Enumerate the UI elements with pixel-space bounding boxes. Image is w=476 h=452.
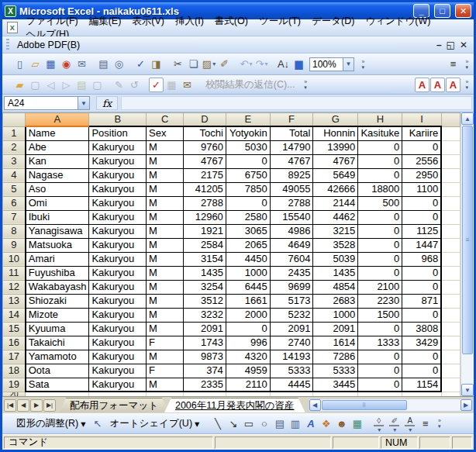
cell-D13[interactable]: 3512 [184,294,226,308]
cell-E12[interactable]: 6445 [226,280,270,294]
cell-F17[interactable]: 14193 [270,350,313,364]
cell-B8[interactable]: Kakuryou [89,224,147,238]
print-preview-icon[interactable]: ◎ [112,57,126,71]
cell-C5[interactable]: M [147,182,184,196]
row-header-5[interactable]: 5 [3,182,26,196]
cell-partial[interactable] [441,224,460,238]
row-header-15[interactable]: 15 [3,322,26,336]
cell-I17[interactable]: 0 [402,350,441,364]
cell-D16[interactable]: 1743 [184,336,226,350]
cell-C2[interactable]: M [147,140,184,154]
cell-C18[interactable]: F [147,364,184,378]
diagram-icon[interactable]: ❖ [319,416,333,431]
cell-I5[interactable]: 1100 [402,182,441,196]
cell-C9[interactable]: M [147,238,184,252]
cell-G18[interactable]: 5333 [313,364,358,378]
row-header-7[interactable]: 7 [3,210,26,224]
cell-F8[interactable]: 4986 [270,224,313,238]
cell-F6[interactable]: 2788 [270,196,313,210]
cell-C10[interactable]: M [147,252,184,266]
menu-3[interactable]: 挿入(I) [170,14,209,28]
cell-F3[interactable]: 4767 [270,154,313,168]
cell-A11[interactable]: Fuyushiba [26,266,89,280]
cell-partial[interactable] [441,154,460,168]
cell-I15[interactable]: 3808 [402,322,441,336]
cell-E10[interactable]: 4450 [226,252,270,266]
permission-icon[interactable]: ◉ [59,57,74,71]
convert-to-adobe-pdf-and-send-for-review-icon[interactable]: A [446,78,460,92]
cell-A3[interactable]: Kan [26,154,89,168]
cell-H9[interactable]: 0 [358,238,402,252]
horizontal-scroll-thumb[interactable]: ⠿ [322,400,407,410]
rectangle-icon[interactable]: ▭ [241,416,256,431]
toolbar-grip[interactable] [6,39,9,50]
insert-function-button[interactable]: fx [96,96,118,110]
text-box-icon[interactable]: ▤ [272,416,287,431]
cell-H5[interactable]: 18800 [358,182,402,196]
menu-5[interactable]: ツール(T) [254,14,306,28]
row-header-9[interactable]: 9 [3,238,26,252]
column-header-E[interactable]: E [226,113,270,127]
cell-I16[interactable]: 3429 [402,336,441,350]
cell-partial[interactable] [270,392,313,396]
cell-C15[interactable]: M [147,322,184,336]
cell-A6[interactable]: Omi [26,196,89,210]
cell-D17[interactable]: 9873 [184,350,226,364]
cell-G16[interactable]: 1614 [313,336,358,350]
cell-H17[interactable]: 0 [358,350,402,364]
row-header-14[interactable]: 14 [3,308,26,322]
cell-G6[interactable]: 2144 [313,196,358,210]
restore-window-icon[interactable]: ◱ [447,40,455,50]
sheet-tab-1[interactable]: 2006年11月発表内閣の資産 [164,398,305,412]
cell-H18[interactable]: 0 [358,364,402,378]
cell-B1[interactable]: Position [89,126,147,140]
cell-D9[interactable]: 2584 [184,238,226,252]
cell-I2[interactable]: 0 [402,140,441,154]
autoshapes-menu-button[interactable]: オートシェイプ(U)▾ [105,416,203,432]
column-header-A[interactable]: A [26,113,89,127]
cell-G2[interactable]: 13990 [313,140,358,154]
cell-H8[interactable]: 0 [358,224,402,238]
cell-C16[interactable]: F [147,336,184,350]
cell-D3[interactable]: 4767 [184,154,226,168]
cell-E9[interactable]: 2065 [226,238,270,252]
cell-I11[interactable]: 0 [402,266,441,280]
row-header-12[interactable]: 12 [3,280,26,294]
center-align-icon[interactable]: ≡ [446,57,460,71]
sheet-tab-0[interactable]: 配布用フォーマット [59,398,169,412]
cell-F11[interactable]: 2435 [270,266,313,280]
cell-D11[interactable]: 1435 [184,266,226,280]
cell-G17[interactable]: 7286 [313,350,358,364]
cell-A16[interactable]: Takaichi [26,336,89,350]
cell-B5[interactable]: Kakuryou [89,182,147,196]
cell-F19[interactable]: 4445 [270,378,313,392]
cell-A15[interactable]: Kyuuma [26,322,89,336]
cell-partial[interactable] [441,126,460,140]
cell-partial[interactable] [441,210,460,224]
clip-art-icon[interactable]: ☻ [334,416,349,431]
cell-partial[interactable] [441,252,460,266]
cell-C12[interactable]: M [147,280,184,294]
cell-G13[interactable]: 2683 [313,294,358,308]
column-header-G[interactable]: G [313,113,358,127]
convert-to-adobe-pdf-icon[interactable]: A [415,78,429,92]
print-icon[interactable]: ▤ [96,57,111,71]
cut-icon[interactable]: ✂ [171,57,185,71]
formula-input[interactable] [121,96,472,110]
zoom-value[interactable]: 100% [309,57,343,71]
cell-partial[interactable] [402,392,441,396]
cell-D10[interactable]: 3154 [184,252,226,266]
cell-G7[interactable]: 4462 [313,210,358,224]
cell-H12[interactable]: 2100 [358,280,402,294]
cell-B9[interactable]: Kakuryou [89,238,147,252]
cell-F9[interactable]: 4649 [270,238,313,252]
cell-A4[interactable]: Nagase [26,168,89,182]
cell-I1[interactable]: Kariire [402,126,441,140]
cell-D2[interactable]: 9760 [184,140,226,154]
cell-B13[interactable]: Kakuryou [89,294,147,308]
menu-4[interactable]: 書式(O) [209,14,254,28]
cell-B4[interactable]: Kakuryou [89,168,147,182]
cell-B14[interactable]: Kakuryou [89,308,147,322]
cell-D7[interactable]: 12960 [184,210,226,224]
cell-partial[interactable] [441,308,460,322]
